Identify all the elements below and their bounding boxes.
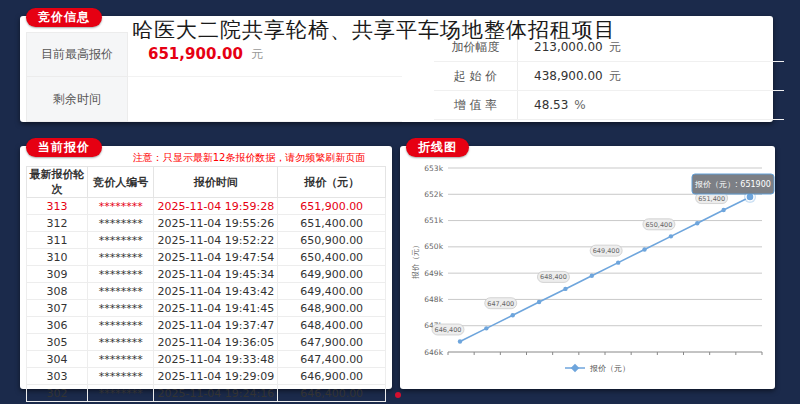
table-row: 303********2025-11-04 19:29:09646,900.00 bbox=[27, 368, 386, 385]
line-chart-svg[interactable]: 646k647k648k649k650k651k652k653k报价（元）646… bbox=[400, 146, 775, 389]
col-price: 报价（元） bbox=[278, 167, 386, 198]
svg-text:报价（元）: 报价（元） bbox=[411, 241, 420, 280]
svg-text:651k: 651k bbox=[424, 216, 443, 225]
time-left-label: 剩余时间 bbox=[26, 77, 128, 122]
current-bids-badge: 当前报价 bbox=[26, 138, 102, 157]
rate-value: 48.53 bbox=[534, 98, 568, 112]
refresh-notice: 注意：只显示最新12条报价数据，请勿频繁刷新页面 bbox=[110, 151, 388, 165]
time-left-row: 剩余时间 bbox=[26, 77, 402, 122]
table-header-row: 最新报价轮次 竞价人编号 报价时间 报价（元） bbox=[27, 167, 386, 198]
svg-text:650,400: 650,400 bbox=[645, 221, 672, 229]
bid-table: 最新报价轮次 竞价人编号 报价时间 报价（元） 313********2025-… bbox=[26, 166, 386, 402]
col-round: 最新报价轮次 bbox=[27, 167, 88, 198]
start-price-unit: 元 bbox=[609, 68, 621, 85]
start-price-row: 起 始 价 438,900.00 元 bbox=[434, 62, 784, 91]
auction-info-panel: 竞价信息 哈医大二院共享轮椅、共享平车场地整体招租项目 目前最高报价 651,9… bbox=[20, 16, 773, 122]
start-price-label: 起 始 价 bbox=[434, 62, 518, 90]
project-title: 哈医大二院共享轮椅、共享平车场地整体招租项目 bbox=[132, 16, 616, 44]
highest-bid-block: 目前最高报价 651,900.00 元 剩余时间 bbox=[26, 32, 402, 122]
svg-text:650k: 650k bbox=[424, 242, 443, 251]
auction-params-block: 加价幅度 213,000.00 元 起 始 价 438,900.00 元 增 值… bbox=[434, 33, 784, 120]
rate-unit: % bbox=[574, 98, 585, 112]
red-indicator-dot bbox=[395, 392, 401, 398]
svg-text:报价（元）: 报价（元） bbox=[589, 364, 630, 373]
current-price-label: 目前最高报价 bbox=[26, 32, 128, 77]
auction-info-badge: 竞价信息 bbox=[26, 8, 102, 27]
current-price-unit: 元 bbox=[251, 46, 263, 63]
table-row: 304********2025-11-04 19:33:48647,400.00 bbox=[27, 351, 386, 368]
col-bidder: 竞价人编号 bbox=[88, 167, 154, 198]
table-row: 302********2025-11-04 19:24:16646,400.00 bbox=[27, 385, 386, 402]
line-chart-panel: 折线图 646k647k648k649k650k651k652k653k报价（元… bbox=[400, 146, 775, 389]
bid-table-body: 313********2025-11-04 19:59:28651,900.00… bbox=[27, 198, 386, 402]
svg-text:646k: 646k bbox=[424, 348, 443, 357]
rate-value-cell: 48.53 % bbox=[518, 91, 586, 119]
table-row: 313********2025-11-04 19:59:28651,900.00 bbox=[27, 198, 386, 215]
svg-text:649k: 649k bbox=[424, 269, 443, 278]
svg-text:651,400: 651,400 bbox=[698, 195, 725, 203]
start-price-value-cell: 438,900.00 元 bbox=[518, 62, 621, 90]
table-row: 309********2025-11-04 19:45:34649,900.00 bbox=[27, 266, 386, 283]
table-row: 311********2025-11-04 19:52:22650,900.00 bbox=[27, 232, 386, 249]
table-row: 312********2025-11-04 19:55:26651,400.00 bbox=[27, 215, 386, 232]
rate-row: 增 值 率 48.53 % bbox=[434, 91, 784, 120]
svg-text:646,400: 646,400 bbox=[435, 326, 462, 334]
current-bids-panel: 当前报价 注意：只显示最新12条报价数据，请勿频繁刷新页面 最新报价轮次 竞价人… bbox=[20, 146, 392, 389]
col-time: 报价时间 bbox=[154, 167, 278, 198]
table-row: 310********2025-11-04 19:47:54650,400.00 bbox=[27, 249, 386, 266]
page-background: 竞价信息 哈医大二院共享轮椅、共享平车场地整体招租项目 目前最高报价 651,9… bbox=[0, 0, 800, 404]
table-row: 306********2025-11-04 19:37:47648,400.00 bbox=[27, 317, 386, 334]
svg-text:648,400: 648,400 bbox=[540, 273, 567, 281]
svg-text:648k: 648k bbox=[424, 295, 443, 304]
table-row: 308********2025-11-04 19:43:42649,400.00 bbox=[27, 283, 386, 300]
svg-text:647,400: 647,400 bbox=[487, 300, 514, 308]
svg-text:653k: 653k bbox=[424, 164, 443, 173]
time-left-value bbox=[128, 77, 402, 122]
svg-text:报价（元）: 651900: 报价（元）: 651900 bbox=[694, 180, 771, 189]
rate-label: 增 值 率 bbox=[434, 91, 518, 119]
table-row: 307********2025-11-04 19:41:45648,900.00 bbox=[27, 300, 386, 317]
table-row: 305********2025-11-04 19:36:05647,900.00 bbox=[27, 334, 386, 351]
line-chart-badge: 折线图 bbox=[406, 138, 469, 157]
svg-text:652k: 652k bbox=[424, 190, 443, 199]
current-price-value: 651,900.00 bbox=[148, 45, 243, 63]
svg-text:649,400: 649,400 bbox=[593, 247, 620, 255]
start-price-value: 438,900.00 bbox=[534, 69, 603, 83]
